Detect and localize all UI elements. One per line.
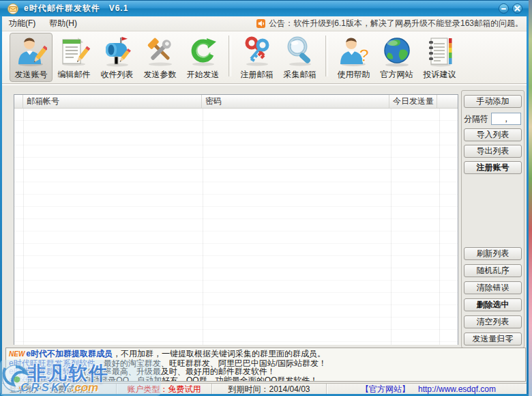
toolbar-start-send[interactable]: 开始发送 — [181, 33, 224, 82]
column-password[interactable]: 密码 — [202, 95, 389, 108]
clear-list-button[interactable]: 清空列表 — [464, 315, 522, 328]
official-site-status: 【官方网站】 http://www.esdqf.com — [327, 384, 530, 395]
announcement: 公告：软件升级到6.1版本，解决了网易升级不能登录163邮箱的问题。 — [256, 18, 529, 29]
toolbar-help[interactable]: ? 使用帮助 — [332, 33, 375, 82]
table-body[interactable] — [14, 109, 458, 345]
manual-add-button[interactable]: 手动添加 — [464, 95, 522, 108]
window-title: e时代邮件群发软件 V6.1 — [24, 3, 128, 14]
toolbar-feedback[interactable]: 投诉建议 — [418, 33, 461, 82]
separator-combobox[interactable]: ， — [491, 113, 521, 125]
svg-text:?: ? — [359, 45, 370, 66]
import-list-button[interactable]: 导入列表 — [464, 128, 522, 141]
reset-sent-count-button[interactable]: 发送量归零 — [464, 333, 522, 345]
close-icon — [514, 5, 520, 12]
feedback-notepad-icon — [424, 36, 456, 67]
toolbar-separator — [325, 36, 328, 76]
app-window: e时代邮件群发软件 V6.1 功能(F) 帮助(H) 公告：软件升级到6.1版本… — [0, 0, 532, 396]
mail-app-icon — [7, 3, 19, 14]
toolbar-edit-mail[interactable]: 编辑邮件 — [53, 33, 95, 82]
toolbar-label: 使用帮助 — [338, 69, 370, 81]
toolbar: 发送账号 编辑邮件 — [2, 31, 529, 83]
title-bar: e时代邮件群发软件 V6.1 — [0, 0, 532, 16]
window-border-left — [0, 16, 2, 396]
toolbar-label: 开始发送 — [187, 69, 220, 81]
recycle-arrows-icon — [188, 36, 219, 67]
toolbar-official-site[interactable]: 官方网站 — [375, 33, 418, 82]
tools-icon — [145, 36, 176, 67]
promo-text: （自动登录QQ、自动加好友、QQ群、功能最全面的QQ群发软件！ — [75, 376, 318, 382]
refresh-list-button[interactable]: 刷新列表 — [464, 247, 522, 260]
grid-line — [391, 109, 391, 345]
export-list-button[interactable]: 导出列表 — [464, 145, 522, 158]
mailbox-icon — [102, 36, 133, 67]
grid-line — [439, 109, 440, 345]
toolbar-label: 收件列表 — [101, 69, 134, 81]
toolbar-label: 投诉建议 — [424, 69, 456, 81]
person-pencil-icon — [16, 36, 47, 67]
promo-box: NEWe时代不加群提取群成员，不用加群，一键提取根据关键词采集的群里面的群成员。… — [5, 348, 526, 382]
magnifier-icon — [284, 36, 316, 67]
globe-icon — [381, 36, 413, 67]
menu-help[interactable]: 帮助(H) — [42, 16, 84, 31]
promo-highlight[interactable]: e时代QQ群发软件 — [9, 376, 75, 382]
promo-line-1: NEWe时代不加群提取群成员，不用加群，一键提取根据关键词采集的群里面的群成员。 — [9, 350, 522, 359]
account-type-status: 账户类型：免费试用 — [117, 384, 212, 395]
column-today-sent[interactable]: 今日发送量 — [389, 95, 437, 108]
toolbar-label: 编辑邮件 — [58, 69, 91, 81]
desktop-wallpaper-sliver — [529, 0, 532, 396]
toolbar-label: 采集邮箱 — [284, 69, 316, 81]
grid-line — [23, 109, 24, 345]
accounts-table: 邮箱帐号 密码 今日发送量 — [14, 94, 458, 345]
login-account-status: 登录账户：免费试用用户 — [2, 384, 117, 395]
person-question-icon: ? — [338, 36, 370, 67]
column-email-account[interactable]: 邮箱帐号 — [23, 95, 202, 108]
notepad-pencil-icon — [59, 36, 90, 67]
toolbar-send-accounts[interactable]: 发送账号 — [10, 33, 53, 82]
toolbar-collect-mailbox[interactable]: 采集邮箱 — [278, 33, 321, 82]
column-filler — [437, 95, 458, 108]
close-button[interactable] — [512, 3, 522, 14]
announcement-text: 公告：软件升级到6.1版本，解决了网易升级不能登录163邮箱的问题。 — [269, 18, 523, 29]
register-account-button[interactable]: 注册账号 — [464, 161, 522, 174]
toolbar-label: 发送参数 — [144, 69, 177, 81]
toolbar-label: 注册邮箱 — [241, 69, 274, 81]
grid-line — [203, 109, 203, 345]
toolbar-separator — [228, 36, 231, 76]
speaker-icon — [256, 19, 265, 28]
menu-bar: 功能(F) 帮助(H) 公告：软件升级到6.1版本，解决了网易升级不能登录163… — [2, 16, 529, 31]
promo-line-4: e时代QQ群发软件（自动登录QQ、自动加好友、QQ群、功能最全面的QQ群发软件！ — [9, 376, 522, 382]
status-bar: 登录账户：免费试用用户 账户类型：免费试用 到期时间：2014/04/03 【官… — [2, 383, 530, 395]
minimize-icon — [501, 5, 507, 12]
toolbar-label: 官方网站 — [381, 69, 413, 81]
new-badge: NEW — [9, 350, 25, 358]
official-site-label[interactable]: 【官方网站】 — [361, 384, 410, 395]
keys-icon — [241, 36, 273, 67]
separator-label: 分隔符 — [464, 113, 488, 125]
random-shuffle-button[interactable]: 随机乱序 — [464, 264, 522, 277]
delete-selected-button[interactable]: 删除选中 — [464, 298, 522, 311]
toolbar-send-params[interactable]: 发送参数 — [138, 33, 181, 82]
expire-date-status: 到期时间：2014/04/03 — [212, 384, 327, 395]
toolbar-register-mailbox[interactable]: 注册邮箱 — [235, 33, 278, 82]
toolbar-recipient-list[interactable]: 收件列表 — [95, 33, 138, 82]
menu-function[interactable]: 功能(F) — [2, 16, 42, 31]
table-header: 邮箱帐号 密码 今日发送量 — [14, 95, 458, 109]
promo-text: ，不用加群，一键提取根据关键词采集的群里面的群成员。 — [113, 349, 325, 358]
minimize-button[interactable] — [499, 3, 509, 14]
official-site-url[interactable]: http://www.esdqf.com — [418, 384, 496, 394]
account-actions-panel: 手动添加 分隔符 ， 导入列表 导出列表 注册账号 刷新列表 随机乱序 清除错误… — [461, 90, 524, 348]
promo-highlight[interactable]: e时代不加群提取群成员 — [26, 349, 113, 358]
clear-errors-button[interactable]: 清除错误 — [464, 281, 522, 294]
column-selector[interactable] — [14, 95, 23, 108]
toolbar-label: 发送账号 — [15, 69, 48, 81]
